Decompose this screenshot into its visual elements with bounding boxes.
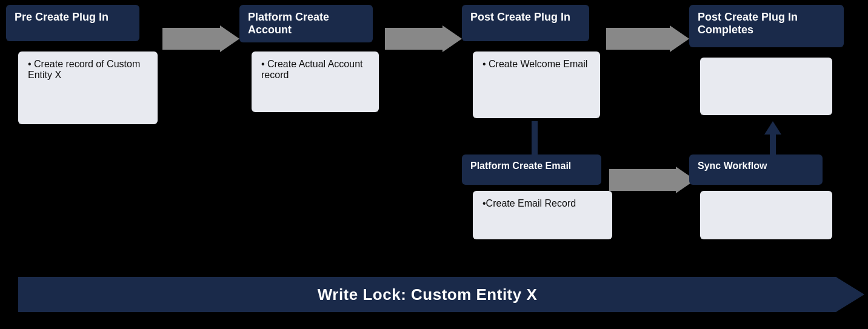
- vertical-arrow-1-body: [532, 121, 538, 155]
- post-create-completes-action-box: [700, 58, 832, 115]
- arrow-3-body: [606, 28, 670, 50]
- diagram-container: Pre Create Plug In • Create record of Cu…: [0, 0, 868, 329]
- vertical-arrow-2-head: [764, 121, 781, 135]
- pre-create-action-box: • Create record of Custom Entity X: [18, 52, 158, 124]
- post-create-action: • Create Welcome Email: [482, 59, 587, 69]
- arrow-4: [609, 167, 695, 193]
- post-create-label: Post Create Plug In: [470, 11, 570, 23]
- pre-create-label: Pre Create Plug In: [15, 11, 109, 23]
- write-lock-arrowhead: [836, 277, 864, 312]
- sync-workflow-box: Sync Workflow: [689, 155, 823, 185]
- sync-workflow-action-box: [700, 191, 832, 239]
- pre-create-action: • Create record of Custom Entity X: [28, 59, 140, 80]
- vertical-arrow-1: [532, 121, 538, 155]
- post-create-action-box: • Create Welcome Email: [473, 52, 600, 118]
- platform-create-action-box: • Create Actual Account record: [252, 52, 379, 112]
- arrow-1-body: [162, 28, 220, 50]
- sync-workflow-label: Sync Workflow: [698, 161, 767, 171]
- platform-create-action: • Create Actual Account record: [261, 59, 362, 80]
- pre-create-box: Pre Create Plug In: [6, 5, 139, 41]
- platform-email-action-box: •Create Email Record: [473, 191, 612, 239]
- arrow-3: [606, 25, 689, 52]
- write-lock-text: Write Lock: Custom Entity X: [318, 285, 538, 304]
- platform-email-box: Platform Create Email: [462, 155, 601, 185]
- vertical-arrow-2: [764, 121, 781, 166]
- post-create-completes-box: Post Create Plug In Completes: [689, 5, 844, 47]
- platform-create-box: Platform Create Account: [239, 5, 373, 42]
- arrow-2-head: [442, 25, 462, 52]
- arrow-1: [162, 25, 239, 52]
- arrow-2: [385, 25, 462, 52]
- platform-create-label: Platform Create Account: [248, 11, 329, 36]
- platform-email-label: Platform Create Email: [470, 161, 571, 171]
- arrow-2-body: [385, 28, 442, 50]
- post-create-box: Post Create Plug In: [462, 5, 589, 41]
- vertical-arrow-2-body: [770, 135, 776, 166]
- platform-email-action: •Create Email Record: [482, 198, 576, 208]
- arrow-4-body: [609, 169, 676, 191]
- arrow-3-head: [670, 25, 689, 52]
- write-lock-arrow: Write Lock: Custom Entity X: [18, 277, 836, 312]
- arrow-1-head: [220, 25, 239, 52]
- post-create-completes-label: Post Create Plug In Completes: [698, 11, 798, 36]
